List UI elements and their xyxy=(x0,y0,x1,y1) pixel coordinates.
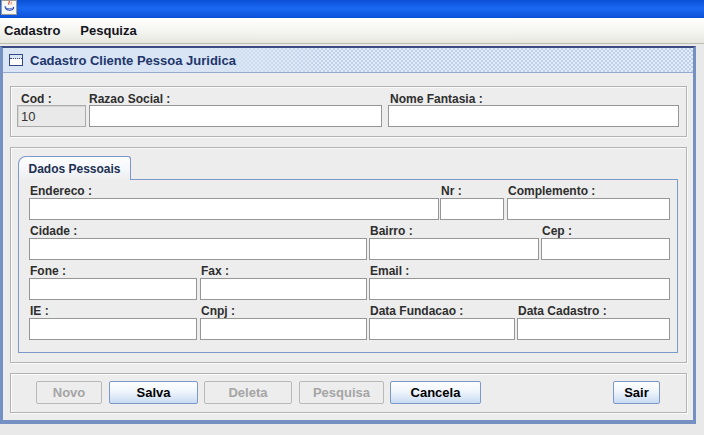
ie-label: IE : xyxy=(30,304,49,318)
cep-label: Cep : xyxy=(542,224,572,238)
email-input[interactable] xyxy=(369,278,670,300)
tab-dados-pessoais[interactable]: Dados Pessoais xyxy=(18,156,131,180)
cidade-input[interactable] xyxy=(29,238,367,260)
os-titlebar xyxy=(0,0,704,18)
data-cadastro-label: Data Cadastro : xyxy=(518,304,607,318)
menu-cadastro[interactable]: Cadastro xyxy=(0,19,70,43)
internal-frame-title: Cadastro Cliente Pessoa Juridica xyxy=(30,53,236,68)
cod-field xyxy=(17,105,86,127)
razao-social-input[interactable] xyxy=(89,105,382,127)
cnpj-label: Cnpj : xyxy=(201,304,235,318)
sair-button[interactable]: Sair xyxy=(613,381,660,404)
fone-input[interactable] xyxy=(29,278,197,300)
data-fundacao-input[interactable] xyxy=(369,318,515,340)
tabbed-pane: Dados Pessoais Endereco : Nr : Complemen… xyxy=(18,156,679,355)
salva-button[interactable]: Salva xyxy=(109,381,198,404)
cancela-button[interactable]: Cancela xyxy=(390,381,481,404)
data-fundacao-label: Data Fundacao : xyxy=(370,304,463,318)
fax-input[interactable] xyxy=(200,278,367,300)
fax-label: Fax : xyxy=(201,264,229,278)
menu-pesquiza[interactable]: Pesquiza xyxy=(70,19,146,43)
novo-button: Novo xyxy=(36,381,102,404)
nome-fantasia-label: Nome Fantasia : xyxy=(390,92,483,106)
razao-social-label: Razao Social : xyxy=(89,92,170,106)
ie-input[interactable] xyxy=(29,318,197,340)
cep-input[interactable] xyxy=(541,238,670,260)
actions-panel: Novo Salva Deleta Pesquisa Cancela Sair xyxy=(10,373,687,413)
frame-content: Cod : Razao Social : Nome Fantasia : Dad… xyxy=(3,73,693,419)
internal-frame: Cadastro Cliente Pessoa Juridica Cod : R… xyxy=(0,46,696,424)
fone-label: Fone : xyxy=(30,264,66,278)
nome-fantasia-input[interactable] xyxy=(388,105,679,127)
cnpj-input[interactable] xyxy=(200,318,367,340)
header-panel: Cod : Razao Social : Nome Fantasia : xyxy=(10,86,687,137)
internal-frame-icon xyxy=(9,54,23,66)
java-cup-icon xyxy=(3,0,15,17)
pesquisa-button: Pesquisa xyxy=(299,381,384,404)
endereco-label: Endereco : xyxy=(30,184,92,198)
email-label: Email : xyxy=(370,264,409,278)
bairro-label: Bairro : xyxy=(370,224,413,238)
cod-label: Cod : xyxy=(21,92,52,106)
complemento-label: Complemento : xyxy=(508,184,595,198)
nr-label: Nr : xyxy=(441,184,462,198)
bairro-input[interactable] xyxy=(369,238,539,260)
app-window-icon-box xyxy=(1,0,17,15)
data-cadastro-input[interactable] xyxy=(517,318,670,340)
menubar: Cadastro Pesquiza xyxy=(0,18,704,44)
internal-frame-titlebar[interactable]: Cadastro Cliente Pessoa Juridica xyxy=(3,48,693,73)
tab-content-dados-pessoais: Endereco : Nr : Complemento : Cidade : B… xyxy=(18,179,678,353)
deleta-button: Deleta xyxy=(204,381,292,404)
details-panel: Dados Pessoais Endereco : Nr : Complemen… xyxy=(10,147,687,363)
cidade-label: Cidade : xyxy=(30,224,77,238)
endereco-input[interactable] xyxy=(29,198,439,220)
complemento-input[interactable] xyxy=(507,198,670,220)
nr-input[interactable] xyxy=(440,198,504,220)
